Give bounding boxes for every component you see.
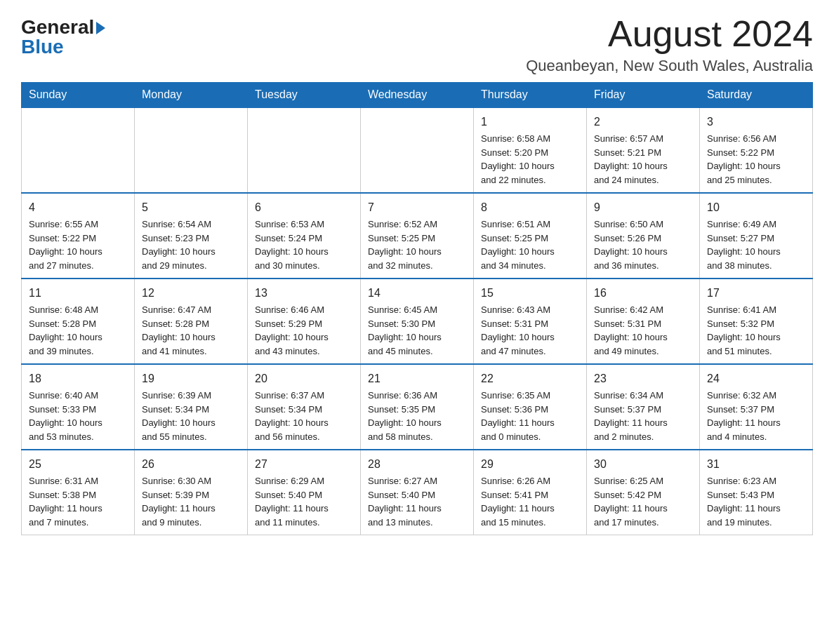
day-number: 31: [707, 456, 805, 473]
calendar-cell: [361, 107, 474, 193]
day-number: 13: [255, 285, 353, 302]
day-number: 29: [481, 456, 579, 473]
day-info: Sunrise: 6:53 AM Sunset: 5:24 PM Dayligh…: [255, 217, 353, 272]
calendar-cell: 17Sunrise: 6:41 AM Sunset: 5:32 PM Dayli…: [700, 279, 813, 364]
calendar-cell: 15Sunrise: 6:43 AM Sunset: 5:31 PM Dayli…: [474, 279, 587, 364]
day-number: 5: [142, 199, 240, 216]
day-info: Sunrise: 6:51 AM Sunset: 5:25 PM Dayligh…: [481, 217, 579, 272]
calendar-cell: 13Sunrise: 6:46 AM Sunset: 5:29 PM Dayli…: [248, 279, 361, 364]
day-info: Sunrise: 6:34 AM Sunset: 5:37 PM Dayligh…: [594, 389, 692, 443]
calendar-cell: 20Sunrise: 6:37 AM Sunset: 5:34 PM Dayli…: [248, 364, 361, 450]
month-title: August 2024: [526, 14, 813, 54]
day-number: 23: [594, 370, 692, 387]
calendar-cell: 14Sunrise: 6:45 AM Sunset: 5:30 PM Dayli…: [361, 279, 474, 364]
day-info: Sunrise: 6:47 AM Sunset: 5:28 PM Dayligh…: [142, 303, 240, 358]
day-info: Sunrise: 6:41 AM Sunset: 5:32 PM Dayligh…: [707, 303, 805, 358]
day-info: Sunrise: 6:46 AM Sunset: 5:29 PM Dayligh…: [255, 303, 353, 358]
day-number: 8: [481, 199, 579, 216]
location-subtitle: Queanbeyan, New South Wales, Australia: [526, 57, 813, 75]
calendar-cell: 10Sunrise: 6:49 AM Sunset: 5:27 PM Dayli…: [700, 193, 813, 279]
day-info: Sunrise: 6:50 AM Sunset: 5:26 PM Dayligh…: [594, 217, 692, 272]
day-number: 20: [255, 370, 353, 387]
day-info: Sunrise: 6:29 AM Sunset: 5:40 PM Dayligh…: [255, 474, 353, 529]
calendar-cell: 6Sunrise: 6:53 AM Sunset: 5:24 PM Daylig…: [248, 193, 361, 279]
day-info: Sunrise: 6:39 AM Sunset: 5:34 PM Dayligh…: [142, 389, 240, 443]
day-number: 12: [142, 285, 240, 302]
calendar-cell: 22Sunrise: 6:35 AM Sunset: 5:36 PM Dayli…: [474, 364, 587, 450]
calendar-cell: 7Sunrise: 6:52 AM Sunset: 5:25 PM Daylig…: [361, 193, 474, 279]
calendar-cell: 26Sunrise: 6:30 AM Sunset: 5:39 PM Dayli…: [135, 450, 248, 535]
calendar-cell: [22, 107, 135, 193]
day-number: 17: [707, 285, 805, 302]
day-number: 27: [255, 456, 353, 473]
weekday-header-friday: Friday: [587, 83, 700, 108]
weekday-header-monday: Monday: [135, 83, 248, 108]
calendar-cell: 27Sunrise: 6:29 AM Sunset: 5:40 PM Dayli…: [248, 450, 361, 535]
day-number: 30: [594, 456, 692, 473]
day-info: Sunrise: 6:23 AM Sunset: 5:43 PM Dayligh…: [707, 474, 805, 529]
page-header: General Blue August 2024 Queanbeyan, New…: [21, 14, 813, 75]
day-number: 4: [29, 199, 127, 216]
weekday-header-saturday: Saturday: [700, 83, 813, 108]
calendar-cell: 16Sunrise: 6:42 AM Sunset: 5:31 PM Dayli…: [587, 279, 700, 364]
day-info: Sunrise: 6:56 AM Sunset: 5:22 PM Dayligh…: [707, 132, 805, 187]
weekday-header-tuesday: Tuesday: [248, 83, 361, 108]
weekday-header-wednesday: Wednesday: [361, 83, 474, 108]
day-info: Sunrise: 6:58 AM Sunset: 5:20 PM Dayligh…: [481, 132, 579, 187]
day-number: 15: [481, 285, 579, 302]
day-info: Sunrise: 6:37 AM Sunset: 5:34 PM Dayligh…: [255, 389, 353, 443]
day-number: 3: [707, 114, 805, 130]
logo-blue-text: Blue: [21, 37, 64, 57]
calendar-cell: 5Sunrise: 6:54 AM Sunset: 5:23 PM Daylig…: [135, 193, 248, 279]
day-info: Sunrise: 6:42 AM Sunset: 5:31 PM Dayligh…: [594, 303, 692, 358]
logo-arrow-icon: [96, 22, 105, 34]
day-number: 2: [594, 114, 692, 130]
day-number: 9: [594, 199, 692, 216]
calendar-cell: 28Sunrise: 6:27 AM Sunset: 5:40 PM Dayli…: [361, 450, 474, 535]
calendar-cell: 18Sunrise: 6:40 AM Sunset: 5:33 PM Dayli…: [22, 364, 135, 450]
weekday-header-sunday: Sunday: [22, 83, 135, 108]
calendar-week-row: 25Sunrise: 6:31 AM Sunset: 5:38 PM Dayli…: [22, 450, 813, 535]
day-info: Sunrise: 6:26 AM Sunset: 5:41 PM Dayligh…: [481, 474, 579, 529]
day-info: Sunrise: 6:43 AM Sunset: 5:31 PM Dayligh…: [481, 303, 579, 358]
calendar-cell: 24Sunrise: 6:32 AM Sunset: 5:37 PM Dayli…: [700, 364, 813, 450]
calendar-week-row: 4Sunrise: 6:55 AM Sunset: 5:22 PM Daylig…: [22, 193, 813, 279]
day-info: Sunrise: 6:35 AM Sunset: 5:36 PM Dayligh…: [481, 389, 579, 443]
calendar-week-row: 11Sunrise: 6:48 AM Sunset: 5:28 PM Dayli…: [22, 279, 813, 364]
calendar-cell: 30Sunrise: 6:25 AM Sunset: 5:42 PM Dayli…: [587, 450, 700, 535]
calendar-cell: 1Sunrise: 6:58 AM Sunset: 5:20 PM Daylig…: [474, 107, 587, 193]
calendar-cell: 12Sunrise: 6:47 AM Sunset: 5:28 PM Dayli…: [135, 279, 248, 364]
day-number: 21: [368, 370, 466, 387]
day-number: 6: [255, 199, 353, 216]
day-number: 14: [368, 285, 466, 302]
day-info: Sunrise: 6:40 AM Sunset: 5:33 PM Dayligh…: [29, 389, 127, 443]
day-info: Sunrise: 6:36 AM Sunset: 5:35 PM Dayligh…: [368, 389, 466, 443]
calendar-cell: 19Sunrise: 6:39 AM Sunset: 5:34 PM Dayli…: [135, 364, 248, 450]
day-number: 22: [481, 370, 579, 387]
calendar-cell: 25Sunrise: 6:31 AM Sunset: 5:38 PM Dayli…: [22, 450, 135, 535]
calendar-cell: 8Sunrise: 6:51 AM Sunset: 5:25 PM Daylig…: [474, 193, 587, 279]
calendar-cell: 2Sunrise: 6:57 AM Sunset: 5:21 PM Daylig…: [587, 107, 700, 193]
day-info: Sunrise: 6:55 AM Sunset: 5:22 PM Dayligh…: [29, 217, 127, 272]
calendar-week-row: 1Sunrise: 6:58 AM Sunset: 5:20 PM Daylig…: [22, 107, 813, 193]
day-info: Sunrise: 6:54 AM Sunset: 5:23 PM Dayligh…: [142, 217, 240, 272]
day-info: Sunrise: 6:45 AM Sunset: 5:30 PM Dayligh…: [368, 303, 466, 358]
day-info: Sunrise: 6:32 AM Sunset: 5:37 PM Dayligh…: [707, 389, 805, 443]
day-number: 18: [29, 370, 127, 387]
calendar-week-row: 18Sunrise: 6:40 AM Sunset: 5:33 PM Dayli…: [22, 364, 813, 450]
calendar-cell: 9Sunrise: 6:50 AM Sunset: 5:26 PM Daylig…: [587, 193, 700, 279]
day-number: 26: [142, 456, 240, 473]
calendar-cell: 4Sunrise: 6:55 AM Sunset: 5:22 PM Daylig…: [22, 193, 135, 279]
day-number: 25: [29, 456, 127, 473]
calendar-cell: 31Sunrise: 6:23 AM Sunset: 5:43 PM Dayli…: [700, 450, 813, 535]
day-number: 16: [594, 285, 692, 302]
calendar-table: SundayMondayTuesdayWednesdayThursdayFrid…: [21, 82, 813, 535]
calendar-cell: 11Sunrise: 6:48 AM Sunset: 5:28 PM Dayli…: [22, 279, 135, 364]
day-info: Sunrise: 6:52 AM Sunset: 5:25 PM Dayligh…: [368, 217, 466, 272]
calendar-cell: 21Sunrise: 6:36 AM Sunset: 5:35 PM Dayli…: [361, 364, 474, 450]
logo-general-text: General: [21, 18, 94, 37]
day-number: 28: [368, 456, 466, 473]
day-number: 7: [368, 199, 466, 216]
day-info: Sunrise: 6:31 AM Sunset: 5:38 PM Dayligh…: [29, 474, 127, 529]
day-info: Sunrise: 6:25 AM Sunset: 5:42 PM Dayligh…: [594, 474, 692, 529]
